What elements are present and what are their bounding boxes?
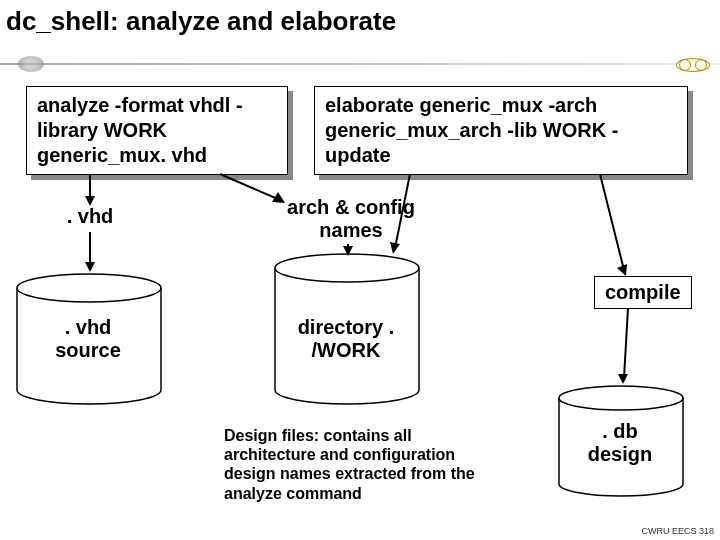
- svg-line-19: [600, 174, 624, 270]
- svg-marker-22: [618, 374, 628, 384]
- svg-line-21: [624, 308, 628, 378]
- svg-line-13: [220, 174, 280, 200]
- svg-marker-16: [343, 246, 353, 256]
- design-files-note: Design files: contains all architecture …: [224, 426, 504, 503]
- svg-marker-12: [85, 262, 95, 272]
- svg-marker-18: [390, 242, 400, 254]
- footer-credit: CWRU EECS 318: [641, 526, 714, 536]
- svg-line-17: [395, 174, 410, 248]
- svg-marker-10: [85, 196, 95, 206]
